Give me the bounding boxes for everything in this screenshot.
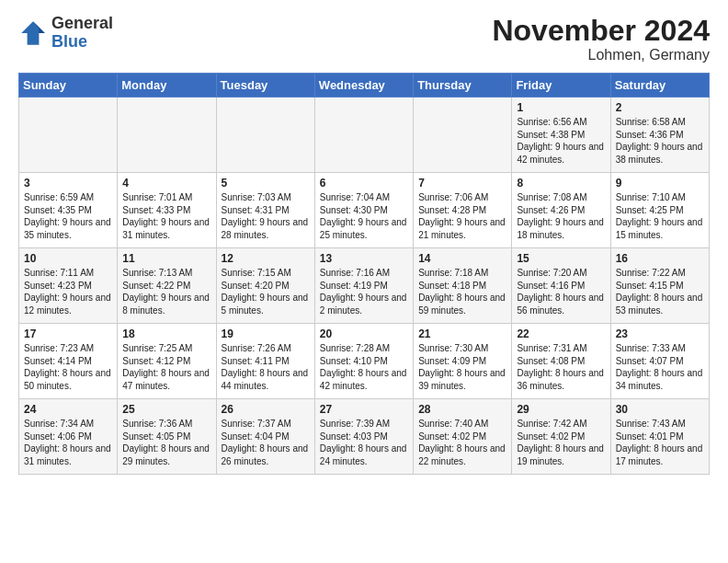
day-info: Sunrise: 6:59 AM Sunset: 4:35 PM Dayligh…: [24, 191, 112, 241]
calendar-cell: 25Sunrise: 7:36 AM Sunset: 4:05 PM Dayli…: [118, 399, 216, 475]
day-number: 15: [517, 252, 605, 265]
day-number: 3: [24, 177, 112, 190]
day-info: Sunrise: 7:25 AM Sunset: 4:12 PM Dayligh…: [122, 342, 210, 392]
calendar-week-row: 3Sunrise: 6:59 AM Sunset: 4:35 PM Daylig…: [19, 173, 710, 248]
day-number: 7: [418, 177, 506, 190]
day-number: 27: [320, 403, 408, 416]
day-info: Sunrise: 7:04 AM Sunset: 4:30 PM Dayligh…: [320, 191, 408, 241]
calendar-cell: [314, 98, 413, 173]
calendar-cell: 27Sunrise: 7:39 AM Sunset: 4:03 PM Dayli…: [314, 399, 413, 475]
day-info: Sunrise: 7:01 AM Sunset: 4:33 PM Dayligh…: [122, 191, 210, 241]
day-number: 22: [517, 327, 605, 340]
calendar-cell: 20Sunrise: 7:28 AM Sunset: 4:10 PM Dayli…: [314, 324, 413, 399]
day-number: 11: [122, 252, 210, 265]
calendar-header-row: SundayMondayTuesdayWednesdayThursdayFrid…: [19, 74, 710, 98]
day-info: Sunrise: 6:56 AM Sunset: 4:38 PM Dayligh…: [517, 116, 605, 166]
day-info: Sunrise: 7:37 AM Sunset: 4:04 PM Dayligh…: [222, 418, 310, 467]
calendar-cell: [216, 98, 314, 173]
day-info: Sunrise: 6:58 AM Sunset: 4:36 PM Dayligh…: [616, 116, 704, 166]
calendar-cell: 5Sunrise: 7:03 AM Sunset: 4:31 PM Daylig…: [216, 173, 314, 248]
logo-general: General: [51, 14, 113, 32]
logo-icon: [18, 18, 48, 48]
day-number: 2: [616, 101, 704, 114]
logo: General Blue: [18, 15, 113, 52]
day-info: Sunrise: 7:43 AM Sunset: 4:01 PM Dayligh…: [616, 418, 704, 467]
calendar-cell: 29Sunrise: 7:42 AM Sunset: 4:02 PM Dayli…: [512, 399, 610, 475]
calendar-header-saturday: Saturday: [610, 74, 709, 98]
calendar-cell: 8Sunrise: 7:08 AM Sunset: 4:26 PM Daylig…: [512, 173, 610, 248]
calendar-cell: 14Sunrise: 7:18 AM Sunset: 4:18 PM Dayli…: [414, 248, 512, 324]
day-number: 8: [517, 177, 605, 190]
logo-blue: Blue: [51, 32, 87, 51]
day-info: Sunrise: 7:15 AM Sunset: 4:20 PM Dayligh…: [222, 267, 310, 316]
calendar-header-tuesday: Tuesday: [216, 74, 314, 98]
day-info: Sunrise: 7:18 AM Sunset: 4:18 PM Dayligh…: [418, 267, 506, 316]
day-info: Sunrise: 7:34 AM Sunset: 4:06 PM Dayligh…: [24, 418, 112, 467]
location: Lohmen, Germany: [492, 47, 710, 63]
day-info: Sunrise: 7:06 AM Sunset: 4:28 PM Dayligh…: [418, 191, 506, 241]
month-title: November 2024: [492, 15, 710, 47]
day-number: 23: [616, 327, 704, 340]
calendar-cell: 11Sunrise: 7:13 AM Sunset: 4:22 PM Dayli…: [118, 248, 216, 324]
calendar-cell: 15Sunrise: 7:20 AM Sunset: 4:16 PM Dayli…: [512, 248, 610, 324]
day-info: Sunrise: 7:31 AM Sunset: 4:08 PM Dayligh…: [517, 342, 605, 392]
day-number: 4: [122, 177, 210, 190]
calendar-cell: 1Sunrise: 6:56 AM Sunset: 4:38 PM Daylig…: [512, 98, 610, 173]
day-number: 21: [418, 327, 506, 340]
calendar-cell: 16Sunrise: 7:22 AM Sunset: 4:15 PM Dayli…: [610, 248, 709, 324]
calendar-cell: 18Sunrise: 7:25 AM Sunset: 4:12 PM Dayli…: [118, 324, 216, 399]
day-info: Sunrise: 7:22 AM Sunset: 4:15 PM Dayligh…: [616, 267, 704, 316]
calendar-week-row: 1Sunrise: 6:56 AM Sunset: 4:38 PM Daylig…: [19, 98, 710, 173]
calendar-cell: 10Sunrise: 7:11 AM Sunset: 4:23 PM Dayli…: [19, 248, 118, 324]
calendar: SundayMondayTuesdayWednesdayThursdayFrid…: [18, 73, 710, 475]
calendar-header-friday: Friday: [512, 74, 610, 98]
day-info: Sunrise: 7:42 AM Sunset: 4:02 PM Dayligh…: [517, 418, 605, 467]
day-info: Sunrise: 7:23 AM Sunset: 4:14 PM Dayligh…: [24, 342, 112, 392]
calendar-cell: [414, 98, 512, 173]
calendar-cell: 28Sunrise: 7:40 AM Sunset: 4:02 PM Dayli…: [414, 399, 512, 475]
calendar-week-row: 17Sunrise: 7:23 AM Sunset: 4:14 PM Dayli…: [19, 324, 710, 399]
day-number: 12: [222, 252, 310, 265]
day-number: 24: [24, 403, 112, 416]
calendar-cell: 17Sunrise: 7:23 AM Sunset: 4:14 PM Dayli…: [19, 324, 118, 399]
day-number: 17: [24, 327, 112, 340]
page: General Blue November 2024 Lohmen, Germa…: [0, 0, 728, 484]
day-number: 30: [616, 403, 704, 416]
day-info: Sunrise: 7:30 AM Sunset: 4:09 PM Dayligh…: [418, 342, 506, 392]
day-info: Sunrise: 7:10 AM Sunset: 4:25 PM Dayligh…: [616, 191, 704, 241]
day-number: 28: [418, 403, 506, 416]
day-number: 25: [122, 403, 210, 416]
calendar-cell: [118, 98, 216, 173]
calendar-week-row: 10Sunrise: 7:11 AM Sunset: 4:23 PM Dayli…: [19, 248, 710, 324]
calendar-week-row: 24Sunrise: 7:34 AM Sunset: 4:06 PM Dayli…: [19, 399, 710, 475]
calendar-cell: 22Sunrise: 7:31 AM Sunset: 4:08 PM Dayli…: [512, 324, 610, 399]
day-info: Sunrise: 7:40 AM Sunset: 4:02 PM Dayligh…: [418, 418, 506, 467]
calendar-cell: 4Sunrise: 7:01 AM Sunset: 4:33 PM Daylig…: [118, 173, 216, 248]
day-number: 6: [320, 177, 408, 190]
day-number: 1: [517, 101, 605, 114]
day-info: Sunrise: 7:13 AM Sunset: 4:22 PM Dayligh…: [122, 267, 210, 316]
calendar-cell: 9Sunrise: 7:10 AM Sunset: 4:25 PM Daylig…: [610, 173, 709, 248]
day-number: 10: [24, 252, 112, 265]
calendar-cell: 6Sunrise: 7:04 AM Sunset: 4:30 PM Daylig…: [314, 173, 413, 248]
calendar-cell: 26Sunrise: 7:37 AM Sunset: 4:04 PM Dayli…: [216, 399, 314, 475]
calendar-cell: 30Sunrise: 7:43 AM Sunset: 4:01 PM Dayli…: [610, 399, 709, 475]
calendar-header-sunday: Sunday: [19, 74, 118, 98]
calendar-cell: 7Sunrise: 7:06 AM Sunset: 4:28 PM Daylig…: [414, 173, 512, 248]
day-number: 29: [517, 403, 605, 416]
calendar-header-wednesday: Wednesday: [314, 74, 413, 98]
day-number: 9: [616, 177, 704, 190]
day-number: 20: [320, 327, 408, 340]
calendar-cell: 21Sunrise: 7:30 AM Sunset: 4:09 PM Dayli…: [414, 324, 512, 399]
day-info: Sunrise: 7:33 AM Sunset: 4:07 PM Dayligh…: [616, 342, 704, 392]
header: General Blue November 2024 Lohmen, Germa…: [18, 15, 710, 63]
calendar-header-thursday: Thursday: [414, 74, 512, 98]
day-number: 19: [222, 327, 310, 340]
day-info: Sunrise: 7:39 AM Sunset: 4:03 PM Dayligh…: [320, 418, 408, 467]
day-info: Sunrise: 7:28 AM Sunset: 4:10 PM Dayligh…: [320, 342, 408, 392]
day-number: 13: [320, 252, 408, 265]
calendar-cell: 13Sunrise: 7:16 AM Sunset: 4:19 PM Dayli…: [314, 248, 413, 324]
day-info: Sunrise: 7:36 AM Sunset: 4:05 PM Dayligh…: [122, 418, 210, 467]
day-number: 16: [616, 252, 704, 265]
day-number: 18: [122, 327, 210, 340]
